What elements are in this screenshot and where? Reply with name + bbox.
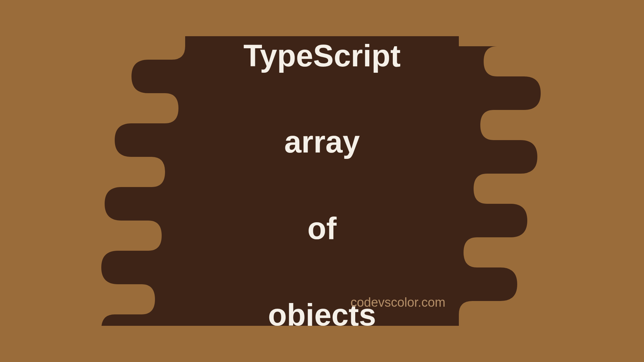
- title-line-3: of: [308, 211, 337, 245]
- website-attribution: codevscolor.com: [351, 295, 445, 310]
- title-line-2: array: [284, 125, 360, 159]
- main-title: TypeScript array of objects: [244, 36, 401, 326]
- hero-image: TypeScript array of objects codevscolor.…: [64, 36, 580, 326]
- title-line-1: TypeScript: [244, 39, 401, 73]
